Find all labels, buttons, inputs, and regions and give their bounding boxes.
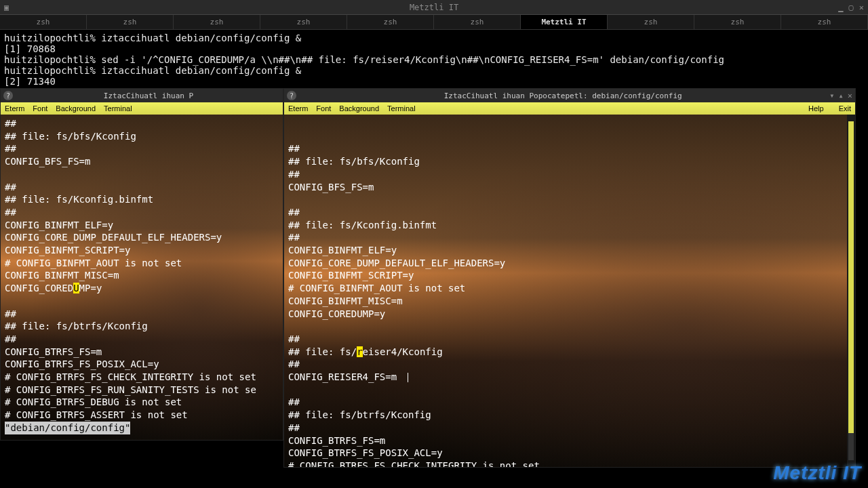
- menu-background[interactable]: Background: [56, 104, 96, 113]
- text-line: CONFIG_CORE_DUMP_DEFAULT_ELF_HEADERS=y: [288, 257, 851, 270]
- text-line: # CONFIG_BTRFS_FS_RUN_SANITY_TESTS is no…: [5, 384, 279, 396]
- text-line: CONFIG_BINFMT_SCRIPT=y: [5, 244, 279, 257]
- text-line: ## file: fs/bfs/Kconfig: [5, 130, 279, 143]
- tab-7[interactable]: zsh: [608, 15, 694, 29]
- text-line: ##: [288, 422, 851, 434]
- text-line: CONFIG_BINFMT_MISC=m: [288, 295, 851, 308]
- text-line: [5, 168, 279, 181]
- menu-background[interactable]: Background: [339, 104, 379, 113]
- window-title: Metztli IT: [410, 3, 458, 12]
- menu-eterm[interactable]: Eterm: [5, 104, 24, 113]
- text-line: CONFIG_BINFMT_SCRIPT=y: [288, 269, 851, 282]
- menu-exit[interactable]: Exit: [839, 104, 851, 113]
- text-line: # CONFIG_BTRFS_DEBUG is not set: [5, 396, 279, 409]
- maximize-button[interactable]: ▢: [849, 3, 854, 12]
- text-line: CONFIG_BINFMT_ELF=y: [288, 244, 851, 257]
- help-icon[interactable]: ?: [3, 91, 13, 100]
- text-line: ##: [288, 206, 851, 219]
- text-line: CONFIG_BINFMT_ELF=y: [5, 219, 279, 232]
- tab-2[interactable]: zsh: [174, 15, 260, 29]
- text-line: ## file: fs/Kconfig.binfmt: [288, 219, 851, 232]
- text-line: CONFIG_BTRFS_FS_POSIX_ACL=y: [5, 358, 279, 371]
- eterm-left-titlebar[interactable]: ? IztacCihuatl ihuan P: [1, 89, 283, 102]
- text-line: CONFIG_COREDUMP=y: [288, 308, 851, 321]
- tab-6[interactable]: Metztli IT: [521, 15, 608, 29]
- app-icon: ▣: [4, 3, 9, 12]
- menu-terminal[interactable]: Terminal: [387, 104, 416, 113]
- text-line: # CONFIG_BTRFS_FS_CHECK_INTEGRITY is not…: [288, 460, 851, 467]
- text-line: CONFIG_CORE_DUMP_DEFAULT_ELF_HEADERS=y: [5, 231, 279, 244]
- help-icon[interactable]: ?: [287, 91, 296, 100]
- text-line: [288, 193, 851, 206]
- eterm-right-menubar: EtermFontBackgroundTerminalHelpExit: [284, 102, 855, 115]
- text-line: ##: [5, 308, 279, 321]
- text-line: ##: [288, 231, 851, 244]
- tab-bar: zshzshzshzshzshzshMetztli ITzshzshzsh: [0, 15, 868, 30]
- text-line: ##: [5, 142, 279, 155]
- watermark-logo: Metztli IT: [773, 462, 861, 484]
- eterm-right-titlebar[interactable]: ? IztacCihuatl ihuan Popocatepetl: debia…: [284, 89, 855, 102]
- tab-9[interactable]: zsh: [781, 15, 868, 29]
- text-line: ## file: fs/reiser4/Kconfig: [288, 346, 851, 359]
- text-line: ##: [5, 333, 279, 346]
- maximize-button[interactable]: ▴: [839, 91, 844, 100]
- menu-eterm[interactable]: Eterm: [288, 104, 308, 113]
- status-line: "debian/config/config": [5, 422, 130, 434]
- text-line: CONFIG_BINFMT_MISC=m: [5, 269, 279, 282]
- menu-font[interactable]: Font: [316, 104, 331, 113]
- tab-1[interactable]: zsh: [87, 15, 174, 29]
- eterm-right: ? IztacCihuatl ihuan Popocatepetl: debia…: [283, 88, 856, 468]
- text-line: ##: [288, 333, 851, 346]
- text-line: # CONFIG_BINFMT_AOUT is not set: [5, 257, 279, 270]
- close-button[interactable]: ✕: [859, 3, 864, 12]
- eterm-right-title: IztacCihuatl ihuan Popocatepetl: debian/…: [300, 92, 825, 100]
- tab-8[interactable]: zsh: [694, 15, 781, 29]
- text-line: ##: [288, 358, 851, 371]
- text-line: ##: [288, 168, 851, 181]
- text-line: [288, 384, 851, 396]
- tab-5[interactable]: zsh: [434, 15, 521, 29]
- text-line: # CONFIG_BTRFS_FS_CHECK_INTEGRITY is not…: [5, 371, 279, 384]
- minimize-button[interactable]: ▾: [829, 91, 834, 100]
- tab-4[interactable]: zsh: [347, 15, 434, 29]
- text-line: CONFIG_REISER4_FS=m: [288, 371, 851, 384]
- tab-0[interactable]: zsh: [0, 15, 87, 29]
- text-line: ##: [5, 117, 279, 130]
- menu-help[interactable]: Help: [808, 104, 824, 113]
- text-line: ## file: fs/bfs/Kconfig: [288, 155, 851, 168]
- tab-3[interactable]: zsh: [260, 15, 347, 29]
- text-line: CONFIG_COREDUMP=y: [5, 282, 279, 295]
- text-line: # CONFIG_BINFMT_AOUT is not set: [288, 282, 851, 295]
- text-line: [5, 295, 279, 308]
- text-line: ##: [288, 396, 851, 409]
- text-line: ##: [288, 142, 851, 155]
- main-titlebar: ▣ Metztli IT ▁ ▢ ✕: [0, 0, 868, 15]
- eterm-left: ? IztacCihuatl ihuan P EtermFontBackgrou…: [0, 88, 283, 441]
- eterm-left-menubar: EtermFontBackgroundTerminal: [1, 102, 283, 115]
- text-line: # CONFIG_BTRFS_ASSERT is not set: [5, 409, 279, 422]
- eterm-right-body[interactable]: #### file: fs/bfs/Kconfig##CONFIG_BFS_FS…: [284, 115, 855, 467]
- text-line: CONFIG_BFS_FS=m: [288, 181, 851, 194]
- menu-terminal[interactable]: Terminal: [104, 104, 132, 113]
- main-terminal[interactable]: huitzilopochtli% iztaccihuatl debian/con…: [0, 30, 868, 88]
- close-button[interactable]: ✕: [848, 91, 852, 100]
- text-line: CONFIG_BTRFS_FS=m: [288, 434, 851, 447]
- text-line: ##: [5, 181, 279, 194]
- menu-font[interactable]: Font: [33, 104, 47, 113]
- scrollbar[interactable]: [847, 115, 855, 467]
- text-line: [288, 320, 851, 333]
- text-line: CONFIG_BFS_FS=m: [5, 155, 279, 168]
- text-line: CONFIG_BTRFS_FS_POSIX_ACL=y: [288, 447, 851, 460]
- eterm-left-title: IztacCihuatl ihuan P: [17, 92, 280, 100]
- eterm-left-body[interactable]: #### file: fs/bfs/Kconfig##CONFIG_BFS_FS…: [1, 115, 283, 440]
- text-line: ## file: fs/btrfs/Kconfig: [5, 320, 279, 333]
- minimize-button[interactable]: ▁: [838, 3, 843, 12]
- text-line: CONFIG_BTRFS_FS=m: [5, 346, 279, 359]
- text-line: ## file: fs/btrfs/Kconfig: [288, 409, 851, 422]
- text-line: ##: [5, 206, 279, 219]
- text-line: ## file: fs/Kconfig.binfmt: [5, 193, 279, 206]
